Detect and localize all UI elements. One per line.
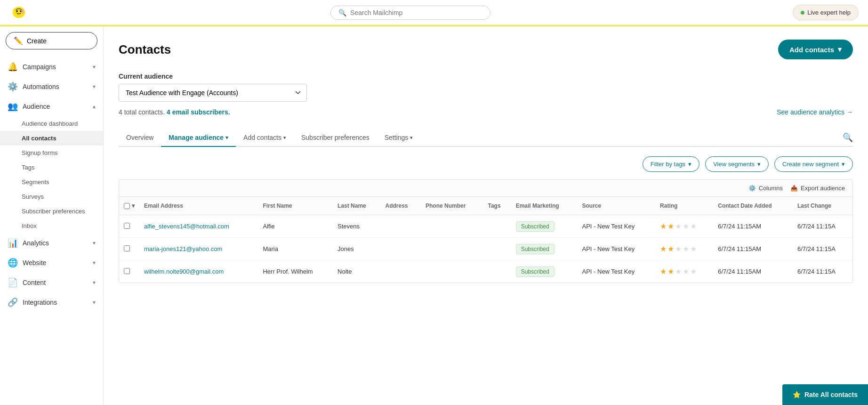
campaigns-icon: 🔔 xyxy=(8,62,18,72)
col-phone: Phone Number xyxy=(421,197,483,215)
col-tags: Tags xyxy=(483,197,511,215)
website-icon: 🌐 xyxy=(8,258,18,268)
email-link[interactable]: wilhelm.nolte900@gmail.com xyxy=(144,268,224,275)
star-4: ★ xyxy=(683,244,689,253)
chevron-down-icon: ▾ xyxy=(93,240,96,246)
cell-email: maria-jones121@yahoo.com xyxy=(139,238,258,260)
star-2: ★ xyxy=(667,267,674,276)
sidebar-item-label: Website xyxy=(23,259,46,267)
cell-rating: ★★★★★ xyxy=(655,260,713,283)
rate-all-contacts-button[interactable]: ⭐ Rate All contacts xyxy=(782,384,868,405)
create-new-segment-button[interactable]: Create new segment ▾ xyxy=(774,156,853,172)
export-icon: 📤 xyxy=(790,185,798,192)
cell-address xyxy=(381,215,421,238)
live-help-button[interactable]: Live expert help xyxy=(793,5,859,20)
cell-email-marketing: Subscribed xyxy=(511,215,578,238)
star-3: ★ xyxy=(675,222,682,231)
sidebar-item-label: Audience xyxy=(23,103,50,110)
col-first-name: First Name xyxy=(258,197,333,215)
cell-tags xyxy=(483,238,511,260)
create-button[interactable]: ✏️ Create xyxy=(6,32,97,49)
cell-contact-date: 6/7/24 11:15AM xyxy=(713,238,793,260)
main-content: Contacts Add contacts ▾ Current audience… xyxy=(104,26,868,405)
sidebar-item-integrations[interactable]: 🔗 Integrations ▾ xyxy=(0,292,103,312)
cell-tags xyxy=(483,215,511,238)
cell-address xyxy=(381,260,421,283)
cell-contact-date: 6/7/24 11:15AM xyxy=(713,260,793,283)
automations-icon: ⚙️ xyxy=(8,81,18,92)
star-rating: ★★★★★ xyxy=(660,244,708,253)
sidebar-item-subscriber-preferences[interactable]: Subscriber preferences xyxy=(0,204,103,219)
sidebar-item-analytics[interactable]: 📊 Analytics ▾ xyxy=(0,233,103,253)
sidebar-item-tags[interactable]: Tags xyxy=(0,160,103,175)
sidebar-item-content[interactable]: 📄 Content ▾ xyxy=(0,273,103,292)
cell-email-marketing: Subscribed xyxy=(511,260,578,283)
cell-source: API - New Test Key xyxy=(577,215,655,238)
tabs-bar: Overview Manage audience ▾ Add contacts … xyxy=(119,129,853,147)
subscribed-badge: Subscribed xyxy=(516,221,555,232)
cell-phone xyxy=(421,215,483,238)
sidebar-item-segments[interactable]: Segments xyxy=(0,175,103,189)
col-source: Source xyxy=(577,197,655,215)
star-rating: ★★★★★ xyxy=(660,267,708,276)
search-box[interactable]: 🔍 xyxy=(330,6,490,20)
filter-by-tags-button[interactable]: Filter by tags ▾ xyxy=(643,156,699,172)
select-all-checkbox[interactable] xyxy=(124,203,130,209)
current-audience-label: Current audience xyxy=(119,73,853,80)
star-1: ★ xyxy=(660,244,667,253)
sidebar-item-surveys[interactable]: Surveys xyxy=(0,189,103,204)
sidebar-item-all-contacts[interactable]: All contacts xyxy=(0,131,103,146)
svg-point-2 xyxy=(16,10,18,12)
columns-button[interactable]: ⚙️ Columns xyxy=(748,185,783,192)
content-icon: 📄 xyxy=(8,277,18,288)
search-tab-icon[interactable]: 🔍 xyxy=(843,132,853,143)
chevron-down-icon: ▾ xyxy=(842,161,845,168)
pencil-icon: ✏️ xyxy=(14,36,23,45)
row-checkbox-2[interactable] xyxy=(124,268,130,274)
tab-manage-audience[interactable]: Manage audience ▾ xyxy=(161,129,236,147)
sidebar-item-audience[interactable]: 👥 Audience ▴ xyxy=(0,97,103,116)
live-dot xyxy=(801,11,804,15)
see-analytics-link[interactable]: See audience analytics → xyxy=(777,108,853,116)
sidebar-item-automations[interactable]: ⚙️ Automations ▾ xyxy=(0,77,103,97)
subscribers-link[interactable]: 4 email subscribers. xyxy=(167,108,230,116)
row-checkbox-1[interactable] xyxy=(124,245,130,251)
audience-dropdown[interactable]: Test Audience with Engage (Accounts) xyxy=(119,84,307,102)
sidebar-item-signup-forms[interactable]: Signup forms xyxy=(0,146,103,160)
rate-all-label: Rate All contacts xyxy=(804,391,858,398)
star-1: ★ xyxy=(660,267,667,276)
cell-first-name: Herr Prof. Wilhelm xyxy=(258,260,333,283)
email-link[interactable]: alfie_stevens145@hotmail.com xyxy=(144,223,229,230)
sidebar-item-website[interactable]: 🌐 Website ▾ xyxy=(0,253,103,273)
tab-add-contacts[interactable]: Add contacts ▾ xyxy=(236,129,294,147)
tab-settings[interactable]: Settings ▾ xyxy=(377,129,421,147)
table-header: ▾ Email Address First Name Last Name Add… xyxy=(119,197,852,215)
contacts-summary-text: 4 total contacts. 4 email subscribers. xyxy=(119,108,230,116)
chevron-down-icon: ▾ xyxy=(93,259,96,266)
add-contacts-button[interactable]: Add contacts ▾ xyxy=(778,40,853,59)
email-link[interactable]: maria-jones121@yahoo.com xyxy=(144,245,222,252)
star-5: ★ xyxy=(690,222,697,231)
search-icon: 🔍 xyxy=(338,9,346,16)
cell-last-change: 6/7/24 11:15A xyxy=(793,260,852,283)
row-checkbox-cell xyxy=(119,238,139,260)
sidebar-item-campaigns[interactable]: 🔔 Campaigns ▾ xyxy=(0,57,103,77)
cell-last-name: Jones xyxy=(333,238,380,260)
chevron-down-icon: ▾ xyxy=(225,135,228,141)
cell-tags xyxy=(483,260,511,283)
tab-overview[interactable]: Overview xyxy=(119,129,161,147)
col-email: Email Address xyxy=(139,197,258,215)
star-2: ★ xyxy=(667,222,674,231)
cell-address xyxy=(381,238,421,260)
sidebar-item-audience-dashboard[interactable]: Audience dashboard xyxy=(0,116,103,131)
chevron-down-icon[interactable]: ▾ xyxy=(132,202,135,209)
create-label: Create xyxy=(27,37,47,45)
cell-source: API - New Test Key xyxy=(577,260,655,283)
search-input[interactable] xyxy=(350,9,482,16)
tab-subscriber-preferences[interactable]: Subscriber preferences xyxy=(294,129,377,147)
row-checkbox-0[interactable] xyxy=(124,223,130,229)
sidebar-item-inbox[interactable]: Inbox xyxy=(0,219,103,233)
export-audience-button[interactable]: 📤 Export audience xyxy=(790,185,845,192)
view-segments-button[interactable]: View segments ▾ xyxy=(705,156,769,172)
cell-first-name: Maria xyxy=(258,238,333,260)
